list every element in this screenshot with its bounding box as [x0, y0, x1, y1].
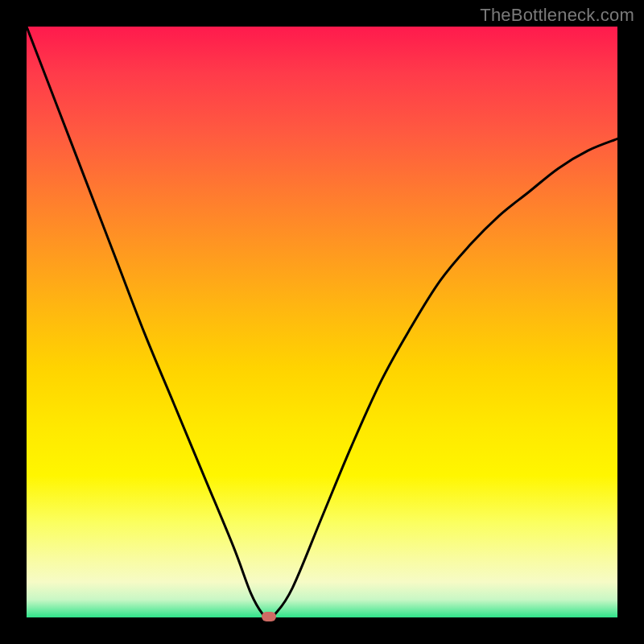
bottleneck-curve: [27, 27, 617, 617]
plot-area: [27, 27, 617, 617]
chart-frame: TheBottleneck.com: [0, 0, 644, 644]
optimum-marker: [262, 612, 276, 621]
watermark-text: TheBottleneck.com: [480, 5, 634, 26]
